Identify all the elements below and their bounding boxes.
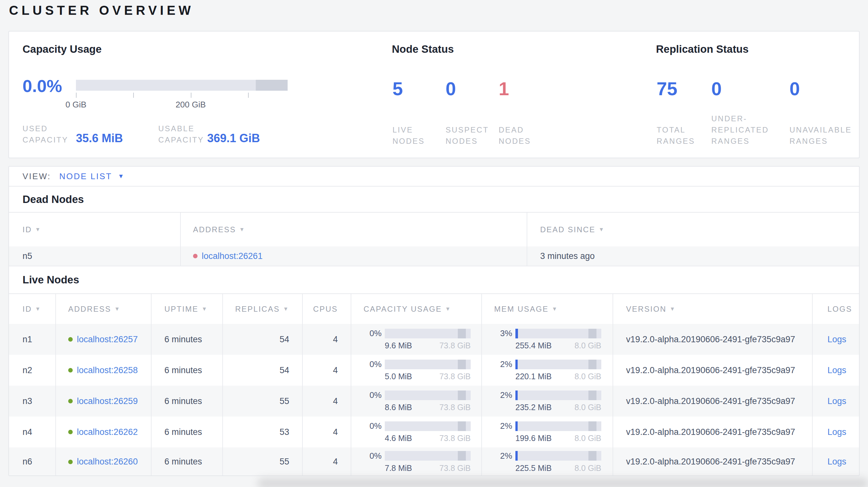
capacity-bar-nonusable-segment	[256, 80, 288, 91]
unavailable-ranges-count: 0	[789, 78, 868, 99]
node-address-link[interactable]: localhost:26261	[202, 251, 262, 261]
mem-used-fill	[516, 451, 518, 461]
capacity-usage-heading: Capacity Usage	[23, 43, 102, 55]
replication-status-stats: 75 TOTAL RANGES 0 UNDER- REPLICATED RANG…	[657, 78, 868, 147]
used-capacity-value: 35.6 MiB	[76, 132, 123, 145]
live-column-header-capacity-usage[interactable]: CAPACITY USAGE ▼	[351, 294, 481, 324]
suspect-nodes-label: SUSPECT NODES	[445, 124, 499, 147]
sort-caret-icon: ▼	[445, 306, 452, 312]
node-address-link[interactable]: localhost:26260	[77, 457, 138, 467]
capacity-nonusable-segment	[458, 360, 466, 369]
column-label: VERSION	[626, 304, 666, 314]
logs-cell: Logs	[812, 417, 859, 448]
node-status-heading: Node Status	[392, 43, 454, 55]
node-address-cell: localhost:26261	[180, 247, 527, 266]
nodes-card: VIEW: NODE LIST ▼ Dead Nodes ID ▼ ADDRES…	[8, 166, 860, 476]
capacity-pct-label: 0%	[364, 421, 381, 431]
axis-tick-label: 200 GiB	[176, 100, 206, 110]
uptime-cell: 6 minutes	[151, 448, 222, 476]
mem-pct-label: 2%	[494, 359, 512, 369]
node-address-link[interactable]: localhost:26258	[77, 365, 138, 376]
mem-usage-cell: 2% 225.5 MiB 8.0 GiB	[481, 448, 613, 476]
replicas-cell: 54	[222, 324, 302, 355]
capacity-nonusable-segment	[458, 390, 466, 400]
live-column-header-id[interactable]: ID ▼	[9, 294, 55, 324]
live-status-dot-icon	[68, 460, 73, 464]
column-label: MEM USAGE	[494, 304, 549, 314]
column-label: ADDRESS	[68, 304, 111, 314]
live-status-dot-icon	[68, 430, 73, 434]
sort-caret-icon: ▼	[115, 306, 121, 312]
capacity-usage-cell: 0% 4.6 MiB 73.8 GiB	[351, 417, 481, 448]
node-address-link[interactable]: localhost:26262	[77, 427, 138, 437]
column-label: CAPACITY USAGE	[364, 304, 442, 314]
mem-nonusable-segment	[588, 421, 596, 431]
mem-mini-bar	[516, 329, 601, 338]
axis-tick-label: 0 GiB	[65, 100, 86, 110]
mem-usage-cell: 3% 255.4 MiB 8.0 GiB	[481, 324, 613, 355]
view-dropdown[interactable]: NODE LIST ▼	[59, 171, 125, 182]
mem-mini-bar	[516, 360, 601, 369]
version-cell: v19.2.0-alpha.20190606-2491-gfe735c9a97	[613, 386, 812, 417]
live-column-header-logs: LOGS	[812, 294, 859, 324]
usable-capacity-value: 369.1 GiB	[207, 132, 260, 145]
column-label: ADDRESS	[193, 225, 236, 234]
logs-cell: Logs	[812, 386, 859, 417]
logs-link[interactable]: Logs	[828, 365, 846, 376]
node-id-cell: n5	[9, 247, 180, 266]
column-label: CPUS	[313, 304, 338, 314]
mem-used-fill	[516, 390, 518, 400]
mem-nonusable-segment	[588, 451, 596, 461]
live-nodes-stat: 5 LIVE NODES	[393, 78, 445, 147]
node-address-cell: localhost:26258	[55, 355, 151, 386]
dead-column-header-dead-since[interactable]: DEAD SINCE ▼	[527, 213, 859, 247]
view-selector-bar: VIEW: NODE LIST ▼	[9, 167, 859, 187]
live-column-header-cpus: CPUS	[302, 294, 351, 324]
version-cell: v19.2.0-alpha.20190606-2491-gfe735c9a97	[613, 417, 812, 448]
live-nodes-label: LIVE NODES	[393, 124, 445, 147]
used-capacity-stat: USED CAPACITY 35.6 MiB	[23, 123, 123, 145]
suspect-nodes-stat: 0 SUSPECT NODES	[445, 78, 499, 147]
live-node-row: n2 localhost:26258 6 minutes 54 4 0% 5.0…	[9, 355, 859, 386]
version-cell: v19.2.0-alpha.20190606-2491-gfe735c9a97	[613, 448, 812, 476]
dead-nodes-table-header: ID ▼ ADDRESS ▼ DEAD SINCE ▼	[9, 212, 859, 247]
live-column-header-address[interactable]: ADDRESS ▼	[55, 294, 151, 324]
mem-total-value: 8.0 GiB	[575, 433, 601, 443]
capacity-bar-track	[76, 80, 288, 91]
replicas-cell: 55	[222, 448, 302, 476]
mem-used-fill	[516, 329, 518, 338]
dead-column-header-id[interactable]: ID ▼	[9, 213, 180, 247]
mem-used-value: 199.6 MiB	[516, 433, 552, 443]
logs-link[interactable]: Logs	[828, 396, 846, 406]
capacity-total-value: 73.8 GiB	[439, 341, 471, 350]
live-column-header-uptime[interactable]: UPTIME ▼	[151, 294, 222, 324]
replicas-cell: 53	[222, 417, 302, 448]
live-node-row: n3 localhost:26259 6 minutes 55 4 0% 8.6…	[9, 386, 859, 417]
capacity-used-value: 5.0 MiB	[385, 372, 412, 381]
live-column-header-replicas[interactable]: REPLICAS ▼	[222, 294, 302, 324]
node-id-cell: n6	[9, 448, 55, 476]
total-ranges-stat: 75 TOTAL RANGES	[657, 78, 711, 147]
logs-link[interactable]: Logs	[828, 457, 846, 467]
mem-used-value: 255.4 MiB	[516, 341, 552, 350]
node-address-link[interactable]: localhost:26257	[77, 334, 138, 345]
capacity-total-value: 73.8 GiB	[439, 463, 471, 473]
live-column-header-version[interactable]: VERSION ▼	[613, 294, 812, 324]
version-cell: v19.2.0-alpha.20190606-2491-gfe735c9a97	[613, 324, 812, 355]
unavailable-ranges-stat: 0 UNAVAILABLE RANGES	[789, 78, 868, 147]
node-address-link[interactable]: localhost:26259	[77, 396, 138, 406]
mem-mini-bar	[516, 451, 601, 461]
live-column-header-mem-usage[interactable]: MEM USAGE ▼	[481, 294, 613, 324]
cpus-cell: 4	[302, 417, 351, 448]
node-id-cell: n2	[9, 355, 55, 386]
mem-mini-bar	[516, 421, 601, 431]
unavailable-ranges-label: UNAVAILABLE RANGES	[789, 124, 868, 147]
under-replicated-ranges-stat: 0 UNDER- REPLICATED RANGES	[711, 78, 789, 147]
sort-caret-icon: ▼	[599, 226, 605, 233]
dead-column-header-address[interactable]: ADDRESS ▼	[180, 213, 527, 247]
view-dropdown-value[interactable]: NODE LIST	[59, 171, 112, 182]
logs-link[interactable]: Logs	[828, 427, 846, 437]
column-label: ID	[23, 304, 32, 314]
mem-total-value: 8.0 GiB	[575, 341, 601, 350]
logs-link[interactable]: Logs	[828, 334, 846, 345]
